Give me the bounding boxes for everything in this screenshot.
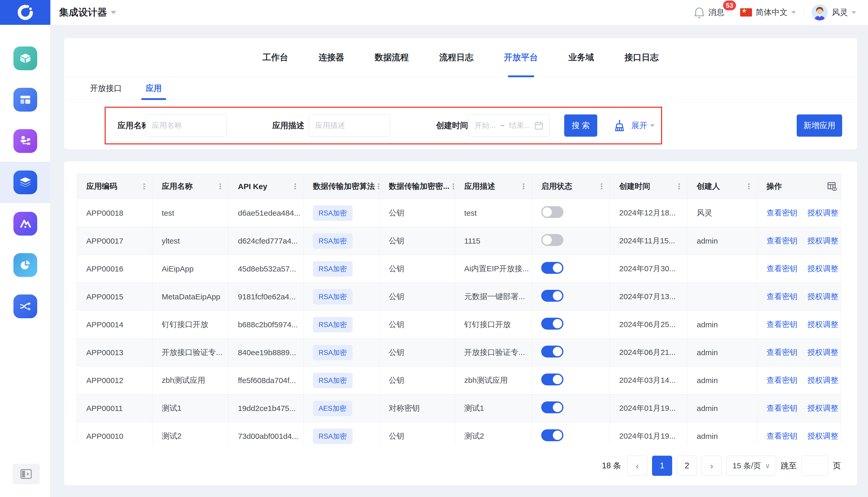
cell-actions: 查看密钥授权调整 [757,283,841,311]
user-menu[interactable]: 风灵 [812,4,856,20]
cell-api-key: b688c2b0f5974... [229,311,303,339]
tab-api-logs[interactable]: 接口日志 [625,38,659,77]
column-menu-icon[interactable]: ⋮ [375,183,380,190]
main-tabs: 工作台 连接器 数据流程 流程日志 开放平台 业务域 接口日志 [64,38,857,77]
view-key-link[interactable]: 查看密钥 [767,236,797,245]
adjust-auth-link[interactable]: 授权调整 [807,348,838,356]
page-size-select[interactable]: 15 条/页 ∨ [726,456,776,476]
cell-app-name: zbh测试应用 [153,367,229,395]
column-menu-icon[interactable]: ⋮ [520,183,527,190]
date-separator: ~ [500,122,504,130]
clear-filters-button[interactable] [614,114,626,137]
view-key-link[interactable]: 查看密钥 [767,404,797,412]
app-logo[interactable] [0,0,51,25]
column-menu-icon[interactable]: ⋮ [216,183,224,190]
app-name-input[interactable]: 应用名称 [145,114,227,137]
sidebar-item-flow-design[interactable] [0,120,51,162]
status-toggle[interactable] [541,290,564,302]
status-toggle[interactable] [541,401,564,413]
status-toggle[interactable] [541,318,564,330]
app-desc-placeholder: 应用描述 [315,120,345,131]
col-header-algorithm: 数据传输加密算法 [313,181,375,192]
search-button[interactable]: 搜 索 [564,114,597,137]
view-key-link[interactable]: 查看密钥 [767,264,797,273]
tab-flow-logs[interactable]: 流程日志 [439,38,473,77]
sidebar-item-open-platform[interactable] [0,162,51,203]
avatar [812,4,828,20]
cell-created-at: 2024年11月15... [610,227,687,255]
language-label: 简体中文 [756,7,788,18]
view-key-link[interactable]: 查看密钥 [767,292,797,301]
messages-item[interactable]: 消息 53 [694,6,724,18]
subtab-application[interactable]: 应用 [146,77,162,99]
adjust-auth-link[interactable]: 授权调整 [807,376,838,384]
page-button-1[interactable]: 1 [652,456,672,476]
adjust-auth-link[interactable]: 授权调整 [807,320,838,329]
column-menu-icon[interactable]: ⋮ [450,183,455,190]
view-key-link[interactable]: 查看密钥 [767,209,797,217]
adjust-auth-link[interactable]: 授权调整 [807,264,838,273]
tab-business-domain[interactable]: 业务域 [569,38,594,77]
adjust-auth-link[interactable]: 授权调整 [807,432,838,440]
add-app-button[interactable]: 新增应用 [797,114,842,137]
sidebar-collapse-button[interactable] [12,464,40,484]
cell-creator [687,283,757,311]
jump-page-input[interactable] [801,456,828,476]
column-menu-icon[interactable]: ⋮ [675,183,683,190]
prev-page-button[interactable]: ‹ [627,456,648,476]
column-menu-icon[interactable]: ⋮ [598,183,606,190]
status-toggle[interactable] [541,206,564,218]
view-key-link[interactable]: 查看密钥 [767,348,797,356]
page-button-2[interactable]: 2 [677,456,697,476]
adjust-auth-link[interactable]: 授权调整 [807,209,838,217]
tab-connectors[interactable]: 连接器 [319,38,344,77]
cell-status [532,339,610,367]
app-desc-input[interactable]: 应用描述 [309,114,390,137]
status-toggle[interactable] [541,429,564,441]
title-chevron-down-icon[interactable] [111,11,116,14]
cell-api-key: ffe5f608da704f... [229,367,303,395]
sidebar-item-analytics[interactable] [0,244,51,286]
subtab-open-api[interactable]: 开放接口 [90,77,122,99]
date-range-input[interactable]: 开始... ~ 结束... [468,114,550,137]
next-page-button[interactable]: › [702,456,722,476]
sidebar-item-assets[interactable] [0,38,51,79]
top-bar: 集成设计器 消息 53 ★ 简体中文 [0,0,868,25]
cell-status [532,367,610,395]
cell-description: 1115 [455,227,532,255]
column-menu-icon[interactable]: ⋮ [745,183,753,190]
view-key-link[interactable]: 查看密钥 [767,432,797,440]
column-settings-icon[interactable] [827,182,837,191]
adjust-auth-link[interactable]: 授权调整 [807,236,838,245]
language-switcher[interactable]: ★ 简体中文 [740,7,796,18]
sidebar-item-ai[interactable] [0,203,51,244]
table-row: APP00013 开放接口验证专... 840ee19b8889... RSA加… [77,339,841,367]
expand-toggle[interactable]: 展开 [631,114,655,137]
view-key-link[interactable]: 查看密钥 [767,376,797,384]
column-menu-icon[interactable]: ⋮ [291,183,299,190]
status-toggle[interactable] [541,234,564,246]
cell-actions: 查看密钥授权调整 [757,227,841,255]
adjust-auth-link[interactable]: 授权调整 [807,404,838,412]
sidebar-item-workbench[interactable] [0,79,51,120]
logo-icon [17,4,33,20]
cell-app-code: APP00012 [77,367,153,395]
sidebar-item-integration[interactable] [0,286,51,327]
tab-data-flow[interactable]: 数据流程 [375,38,409,77]
view-key-link[interactable]: 查看密钥 [767,320,797,329]
user-chevron-down-icon [852,11,856,14]
table-row: APP00016 AiEipApp 45d8eb532a57... RSA加密 … [77,255,841,283]
cell-creator: admin [687,227,757,255]
tab-open-platform[interactable]: 开放平台 [504,38,538,77]
broom-icon [614,119,625,132]
cell-key-type: 公钥 [380,283,455,311]
status-toggle[interactable] [541,262,564,274]
status-toggle[interactable] [541,373,564,385]
tab-workbench[interactable]: 工作台 [263,38,288,77]
status-toggle[interactable] [541,346,564,357]
table-row: APP00011 测试1 19dd2ce1b475... AES加密 对称密钥 … [77,395,841,422]
adjust-auth-link[interactable]: 授权调整 [807,292,838,301]
col-header-created: 创建时间 [619,181,650,192]
column-menu-icon[interactable]: ⋮ [140,183,148,190]
algorithm-badge: RSA加密 [313,428,353,444]
